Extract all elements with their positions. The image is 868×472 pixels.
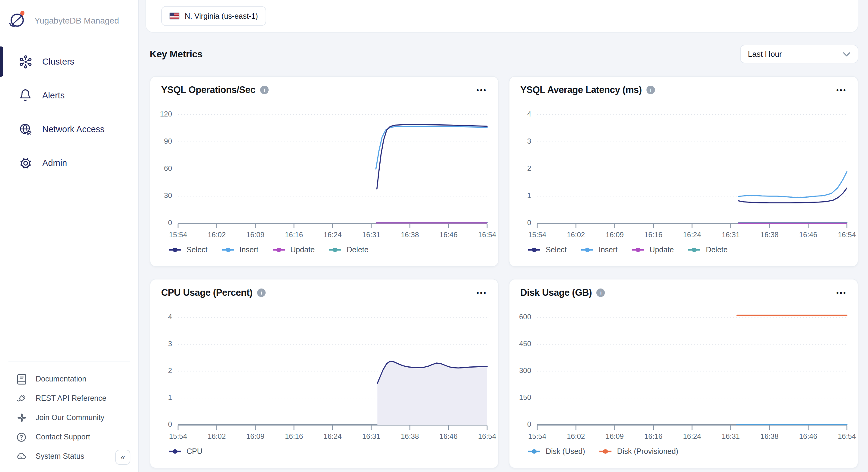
- chart-area: 030609012015:5416:0216:0916:1616:2416:31…: [150, 97, 498, 242]
- svg-text:16:54: 16:54: [478, 432, 496, 440]
- chevron-down-icon: [843, 52, 850, 57]
- cluster-icon: [18, 54, 33, 69]
- region-selector[interactable]: N. Virginia (us-east-1): [161, 6, 267, 26]
- svg-text:3: 3: [168, 340, 172, 348]
- chart-area: 0123415:5416:0216:0916:1616:2416:3116:38…: [150, 300, 498, 443]
- sidebar-item-label: Network Access: [42, 124, 104, 134]
- legend-item-insert[interactable]: Insert: [581, 246, 618, 254]
- svg-text:16:09: 16:09: [606, 230, 624, 239]
- time-range-select[interactable]: Last Hour: [740, 45, 858, 63]
- svg-text:15:54: 15:54: [528, 432, 546, 440]
- svg-text:16:16: 16:16: [644, 432, 662, 440]
- svg-text:16:24: 16:24: [323, 230, 342, 239]
- yugabytedb-logo-icon: [7, 9, 28, 32]
- info-icon[interactable]: i: [260, 86, 269, 94]
- sidebar-item-network-access[interactable]: Network Access: [0, 112, 138, 146]
- legend-item-delete[interactable]: Delete: [688, 246, 728, 254]
- footer-link-label: Documentation: [36, 375, 86, 383]
- svg-text:16:02: 16:02: [567, 432, 585, 440]
- slack-icon: [16, 412, 27, 423]
- footer-link-label: REST API Reference: [36, 394, 106, 403]
- legend-item-delete[interactable]: Delete: [329, 246, 369, 254]
- ysql-average-latency-chart: 0123415:5416:0216:0916:1616:2416:3116:38…: [509, 97, 858, 242]
- card-menu-button[interactable]: •••: [836, 288, 847, 297]
- svg-text:120: 120: [160, 110, 172, 118]
- sidebar-item-label: Clusters: [42, 57, 74, 66]
- legend-label: Disk (Used): [546, 447, 585, 456]
- info-icon[interactable]: i: [257, 288, 266, 297]
- sidebar-nav: ClustersAlertsNetwork AccessAdmin: [0, 45, 138, 180]
- footer-link-rest-api-reference[interactable]: REST API Reference: [0, 389, 138, 408]
- svg-text:2: 2: [527, 164, 531, 172]
- gear-icon: [18, 156, 33, 170]
- disk-usage-card: Disk Usage (GB)i•••015030045060015:5416:…: [509, 279, 858, 468]
- svg-text:16:24: 16:24: [683, 432, 701, 440]
- legend-label: CPU: [187, 447, 203, 456]
- svg-text:16:31: 16:31: [722, 230, 740, 239]
- legend-label: Disk (Provisioned): [617, 447, 679, 456]
- footer-link-documentation[interactable]: Documentation: [0, 369, 138, 389]
- svg-text:16:09: 16:09: [246, 230, 265, 239]
- svg-text:16:38: 16:38: [401, 432, 419, 440]
- brand-title: YugabyteDB Managed: [34, 16, 119, 25]
- cloud-status-icon: [16, 450, 27, 462]
- svg-text:16:46: 16:46: [799, 230, 817, 239]
- card-header: CPU Usage (Percent)i•••: [150, 279, 498, 300]
- sidebar-item-admin[interactable]: Admin: [0, 146, 138, 180]
- footer-link-join-our-community[interactable]: Join Our Community: [0, 408, 138, 427]
- page-title: Key Metrics: [150, 49, 203, 59]
- svg-text:15:54: 15:54: [169, 432, 187, 440]
- card-menu-button[interactable]: •••: [836, 85, 847, 95]
- legend-marker: [600, 448, 612, 454]
- metrics-grid: YSQL Operations/Seci•••030609012015:5416…: [150, 76, 858, 468]
- legend-label: Select: [546, 246, 567, 254]
- svg-text:16:02: 16:02: [208, 432, 226, 440]
- svg-text:90: 90: [164, 137, 172, 145]
- svg-text:16:02: 16:02: [567, 230, 585, 239]
- cpu-usage-card: CPU Usage (Percent)i•••0123415:5416:0216…: [150, 279, 499, 468]
- svg-text:4: 4: [168, 313, 172, 321]
- info-icon[interactable]: i: [647, 86, 655, 94]
- disk-usage-chart: 015030045060015:5416:0216:0916:1616:2416…: [509, 300, 858, 443]
- svg-text:16:16: 16:16: [285, 432, 303, 440]
- collapse-sidebar-button[interactable]: «: [115, 450, 130, 465]
- page-header: Key Metrics Last Hour: [150, 45, 858, 63]
- legend-item-disk-used[interactable]: Disk (Used): [528, 447, 585, 456]
- footer-link-label: Contact Support: [36, 433, 90, 441]
- sidebar-item-alerts[interactable]: Alerts: [0, 78, 138, 112]
- sidebar-item-label: Admin: [42, 158, 67, 168]
- card-menu-button[interactable]: •••: [476, 85, 487, 95]
- card-menu-button[interactable]: •••: [476, 288, 487, 297]
- legend-label: Delete: [347, 246, 369, 254]
- legend-marker: [688, 247, 701, 253]
- card-header: YSQL Average Latency (ms)i•••: [509, 77, 858, 97]
- legend-item-update[interactable]: Update: [632, 246, 674, 254]
- svg-text:16:24: 16:24: [683, 230, 701, 239]
- chart-title: Disk Usage (GB): [520, 287, 592, 298]
- svg-text:16:02: 16:02: [208, 230, 226, 239]
- legend-marker: [581, 247, 593, 253]
- help-circle-icon: [16, 431, 27, 443]
- svg-text:0: 0: [168, 420, 172, 428]
- chart-legend: SelectInsertUpdateDelete: [509, 242, 858, 266]
- card-header: Disk Usage (GB)i•••: [509, 279, 858, 300]
- sidebar: YugabyteDB Managed ClustersAlertsNetwork…: [0, 0, 139, 472]
- legend-item-update[interactable]: Update: [273, 246, 315, 254]
- svg-text:600: 600: [519, 313, 531, 321]
- svg-text:16:16: 16:16: [644, 230, 662, 239]
- svg-text:0: 0: [168, 219, 172, 227]
- legend-item-select[interactable]: Select: [528, 246, 567, 254]
- top-bar: N. Virginia (us-east-1): [146, 0, 858, 33]
- sidebar-item-clusters[interactable]: Clusters: [0, 45, 138, 78]
- legend-item-disk-provisioned[interactable]: Disk (Provisioned): [600, 447, 679, 456]
- legend-marker: [273, 247, 285, 253]
- svg-text:16:31: 16:31: [722, 432, 740, 440]
- svg-text:16:31: 16:31: [362, 230, 380, 239]
- legend-item-cpu[interactable]: CPU: [169, 447, 203, 456]
- chart-legend: CPU: [150, 443, 498, 468]
- footer-link-contact-support[interactable]: Contact Support: [0, 427, 138, 447]
- svg-text:16:46: 16:46: [799, 432, 817, 440]
- legend-item-insert[interactable]: Insert: [222, 246, 259, 254]
- legend-item-select[interactable]: Select: [169, 246, 208, 254]
- info-icon[interactable]: i: [597, 288, 605, 297]
